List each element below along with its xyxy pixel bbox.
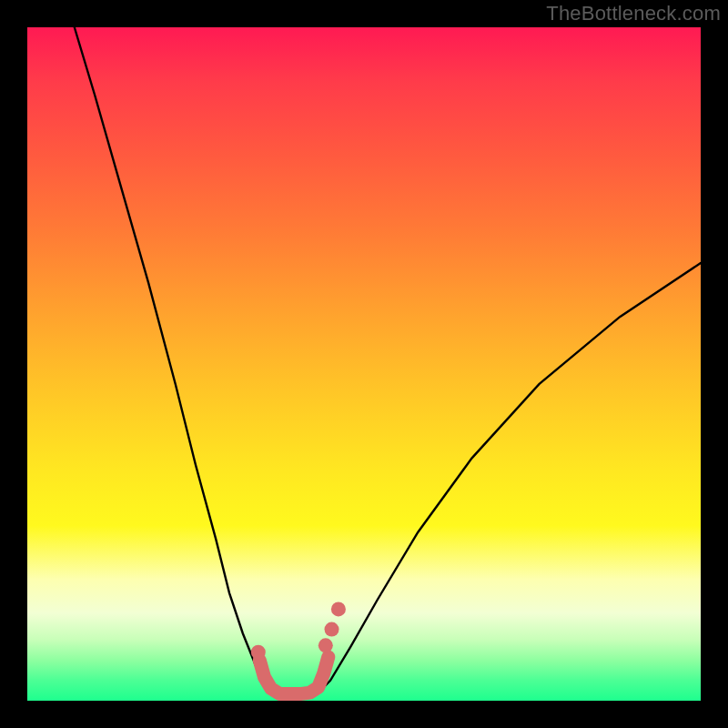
chart-frame: TheBottleneck.com xyxy=(0,0,728,728)
left-curve xyxy=(75,27,277,694)
overlay-dot xyxy=(318,638,333,652)
overlay-dots-group xyxy=(251,602,346,659)
bottom-overlay xyxy=(259,657,329,694)
plot-area xyxy=(27,27,701,701)
right-curve xyxy=(317,263,701,694)
overlay-dot xyxy=(325,622,339,637)
watermark-text: TheBottleneck.com xyxy=(546,2,721,25)
overlay-dot xyxy=(251,645,266,660)
chart-svg xyxy=(27,27,701,701)
overlay-dot xyxy=(331,602,346,616)
